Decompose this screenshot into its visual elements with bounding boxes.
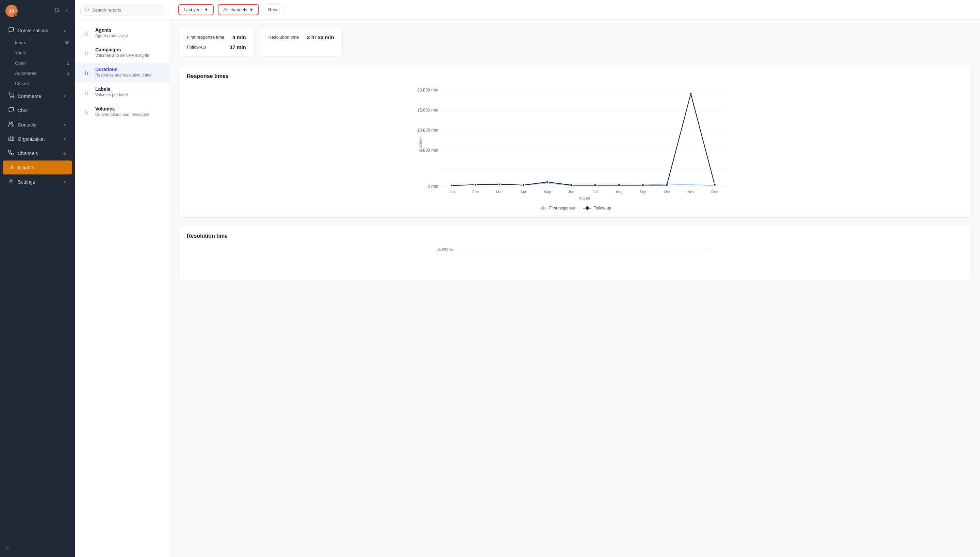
svg-point-7 [11,181,12,182]
resolution-time-chart-area: 30,000 min [187,246,963,273]
svg-text:tyntec: tyntec [6,546,10,547]
reset-button[interactable]: Reset [263,5,285,15]
organization-label: Organization [18,136,60,142]
organization-icon [8,135,14,142]
svg-text:5,000 min: 5,000 min [420,148,438,153]
svg-point-74 [690,93,692,95]
sidebar-item-settings[interactable]: Settings ▼ [3,175,72,189]
svg-text:Nov: Nov [688,190,694,194]
svg-text:Jan: Jan [449,190,455,194]
svg-text:10,000 min: 10,000 min [417,128,438,133]
sidebar-item-yours[interactable]: Yours [12,48,75,58]
brand-logo: tyntec [5,543,18,552]
sidebar-item-inbox[interactable]: Inbox 60 [12,38,75,47]
first-response-legend-item: First response [539,206,575,210]
response-times-chart-section: Response times 20,000 min 15,000 min 10,… [178,66,972,218]
sidebar-footer: tyntec [0,538,75,557]
insights-icon [8,164,14,171]
campaigns-report-icon [80,47,91,59]
metric-cards-row: First response time 4 min Follow-up 17 m… [178,28,972,57]
durations-report-desc: Response and resolution times [95,73,164,78]
avatar: JR [5,5,18,17]
collapse-icon[interactable] [64,8,69,14]
conversations-section: Conversations ▲ Inbox 60 Yours Open 1 Au… [0,23,75,88]
resolution-time-card: Resolution time 2 hr 23 min [260,28,343,57]
svg-rect-3 [9,137,14,141]
volumes-report-title: Volumes [95,106,164,112]
commerce-label: Commerce [18,93,60,99]
all-channels-label: All channels [223,7,247,12]
agents-report-icon [80,28,91,39]
last-year-label: Last year [184,7,202,12]
sidebar-item-channels[interactable]: Channels ⚠ [3,146,72,160]
durations-report-title: Durations [95,67,164,72]
svg-text:Mar: Mar [496,190,503,194]
open-label: Open [15,60,26,66]
svg-text:20,000 min: 20,000 min [417,88,438,93]
search-input-wrapper[interactable] [80,4,164,16]
svg-text:Month: Month [580,196,590,200]
conversations-submenu: Inbox 60 Yours Open 1 Automated 1 Closed [0,38,75,88]
report-item-durations[interactable]: Durations Response and resolution times [75,63,170,82]
main-scrollable-content: First response time 4 min Follow-up 17 m… [170,20,980,557]
last-year-chevron-icon: ▼ [204,7,208,12]
sidebar-item-contacts[interactable]: Contacts ▼ [3,118,72,132]
chat-icon [8,107,14,114]
svg-point-75 [714,184,716,186]
svg-text:30,000 min: 30,000 min [438,248,454,251]
resolution-value: 2 hr 23 min [307,34,334,40]
svg-point-62 [690,184,692,186]
first-response-value: 4 min [233,34,246,40]
sidebar-navigation: Conversations ▲ Inbox 60 Yours Open 1 Au… [0,22,75,538]
svg-text:Oct: Oct [664,190,670,194]
followup-label: Follow-up [187,44,206,50]
main-header: Last year ▼ All channels ▼ Reset [170,0,980,20]
volumes-report-icon [80,107,91,118]
report-item-volumes[interactable]: Volumes Conversations and messages [75,102,170,122]
report-item-labels[interactable]: Labels Volumes per label [75,82,170,102]
agents-report-title: Agents [95,27,164,33]
followup-row: Follow-up 17 min [187,44,246,50]
svg-point-64 [451,184,453,187]
svg-point-73 [666,184,668,186]
report-item-campaigns[interactable]: Campaigns Volumes and delivery insights [75,43,170,63]
sidebar-item-open[interactable]: Open 1 [12,58,75,68]
campaigns-report-desc: Volumes and delivery insights [95,53,164,58]
all-channels-filter-button[interactable]: All channels ▼ [218,4,259,15]
svg-line-11 [88,11,89,11]
sidebar-item-insights[interactable]: Insights [3,161,72,174]
agents-report-desc: Agent productivity [95,33,164,38]
search-input[interactable] [92,8,160,13]
last-year-filter-button[interactable]: Last year ▼ [178,4,214,15]
svg-text:Jul: Jul [593,190,598,194]
labels-report-title: Labels [95,86,164,92]
svg-point-69 [570,184,572,186]
report-item-agents[interactable]: Agents Agent productivity [75,23,170,43]
sidebar-item-conversations[interactable]: Conversations ▲ [3,23,72,37]
svg-text:Dec: Dec [711,190,718,194]
svg-point-70 [594,184,596,186]
sidebar-item-chat[interactable]: Chat [3,103,72,117]
insights-label: Insights [18,165,67,170]
svg-text:Jun: Jun [568,190,574,194]
svg-point-10 [85,8,88,11]
conversations-label: Conversations [18,28,60,33]
all-channels-chevron-icon: ▼ [249,7,253,12]
svg-text:Apr: Apr [520,190,526,194]
bell-icon[interactable] [54,8,60,15]
channels-label: Channels [18,151,59,156]
yours-label: Yours [15,50,26,55]
contacts-icon [8,121,14,128]
sidebar-item-automated[interactable]: Automated 1 [12,68,75,78]
followup-value: 17 min [230,44,246,50]
response-times-chart-legend: First response Follow-up [187,206,963,210]
svg-point-65 [474,184,477,186]
sidebar-item-commerce[interactable]: Commerce ▼ [3,89,72,103]
followup-legend-label: Follow-up [593,206,611,210]
sidebar-item-closed[interactable]: Closed [12,78,75,88]
channels-alert-icon: ⚠ [62,151,67,156]
response-times-svg: 20,000 min 15,000 min 10,000 min 5,000 m… [187,86,963,202]
commerce-chevron: ▼ [63,94,67,98]
sidebar-item-organization[interactable]: Organization ▼ [3,132,72,146]
conversations-icon [8,27,14,34]
